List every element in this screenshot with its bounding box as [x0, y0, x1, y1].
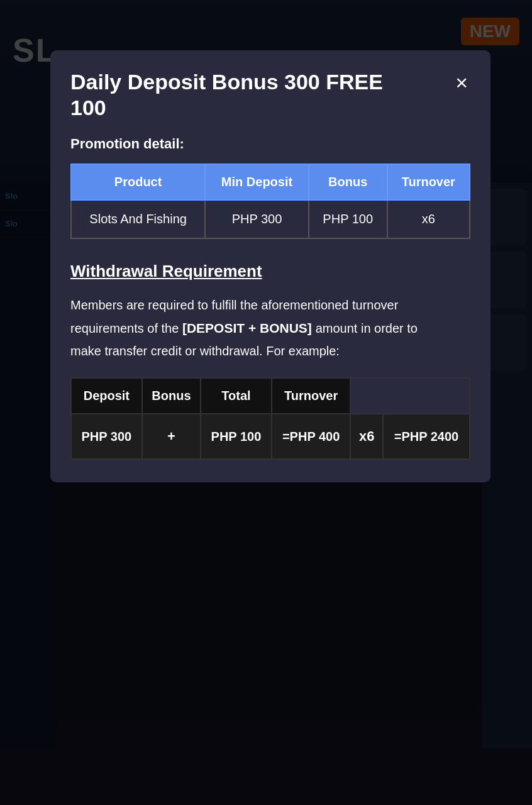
ex-deposit-value: PHP 300 [71, 414, 142, 459]
col-header-bonus: Bonus [309, 164, 387, 200]
col-header-min-deposit: Min Deposit [205, 164, 309, 200]
ex-x: x6 [350, 414, 383, 459]
modal-title: Daily Deposit Bonus 300 FREE 100 [70, 69, 416, 121]
withdrawal-text-part2: amount in order to [316, 321, 418, 335]
promo-bonus: PHP 100 [309, 200, 387, 238]
ex-col-bonus: Bonus [142, 378, 201, 414]
modal-header: Daily Deposit Bonus 300 FREE 100 × [70, 69, 470, 121]
ex-bonus-value: PHP 100 [201, 414, 272, 459]
col-header-product: Product [71, 164, 205, 200]
withdrawal-text: Members are required to fulfill the afor… [70, 294, 470, 363]
example-table: Deposit Bonus Total Turnover PHP 300 + P… [70, 377, 470, 460]
example-row-1: PHP 300 + PHP 100 =PHP 400 x6 =PHP 2400 [71, 414, 470, 459]
ex-equals1: =PHP 400 [272, 414, 351, 459]
close-button[interactable]: × [453, 72, 470, 93]
promo-table: Product Min Deposit Bonus Turnover Slots… [70, 164, 470, 239]
ex-plus: + [142, 414, 201, 459]
promo-row-1: Slots And Fishing PHP 300 PHP 100 x6 [71, 200, 470, 238]
withdrawal-title: Withdrawal Requirement [70, 262, 470, 281]
ex-col-turnover: Turnover [272, 378, 351, 414]
withdrawal-text-part3: make transfer credit or withdrawal. For … [70, 344, 340, 358]
ex-equals2: =PHP 2400 [383, 414, 470, 459]
promo-detail-label: Promotion detail: [70, 136, 470, 152]
ex-col-total: Total [201, 378, 272, 414]
modal-dialog: Daily Deposit Bonus 300 FREE 100 × Promo… [50, 50, 490, 482]
col-header-turnover: Turnover [387, 164, 470, 200]
promo-turnover: x6 [387, 200, 470, 238]
withdrawal-highlight: [DEPOSIT + BONUS] [182, 321, 316, 335]
ex-col-deposit: Deposit [71, 378, 142, 414]
promo-min-deposit: PHP 300 [205, 200, 309, 238]
promo-product: Slots And Fishing [71, 200, 205, 238]
